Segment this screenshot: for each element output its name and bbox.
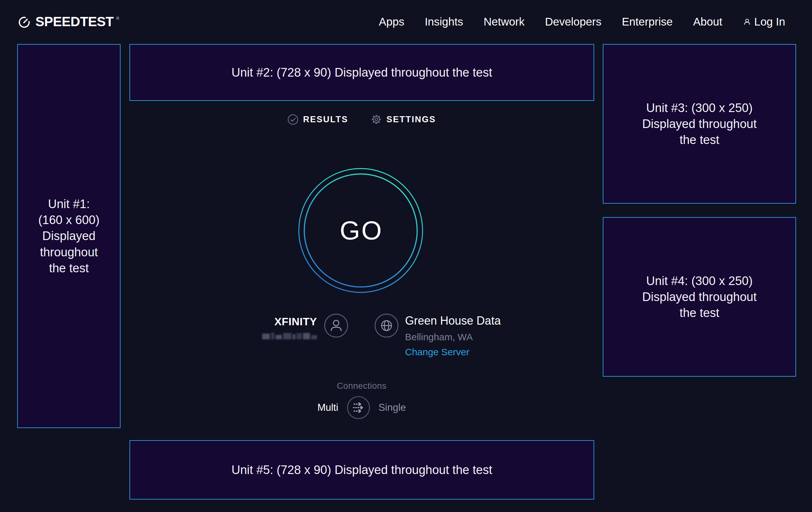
speedtest-page: SPEEDTEST ® Apps Insights Network Develo… [0,0,812,512]
nav-item-apps[interactable]: Apps [379,15,404,28]
isp-ip-redacted [262,332,317,339]
tab-settings[interactable]: SETTINGS [371,114,436,125]
isp-text: XFINITY [262,315,317,339]
connections-toggle-button[interactable] [347,396,370,420]
connections-option-single[interactable]: Single [379,402,406,413]
server-globe-icon [374,314,399,338]
ad-unit-2[interactable]: Unit #2: (728 x 90) Displayed throughout… [129,44,594,101]
check-circle-icon [287,114,298,125]
server-text: Green House Data Bellingham, WA Change S… [405,314,501,357]
logo-wordmark: SPEEDTEST [35,14,114,29]
speedtest-gauge-icon [18,15,31,28]
server-info: Green House Data Bellingham, WA Change S… [374,314,501,357]
nav-item-insights[interactable]: Insights [425,15,463,28]
ad-unit-2-text: Unit #2: (728 x 90) Displayed throughout… [232,64,492,80]
multi-connection-arrows-icon [347,396,370,420]
nav-item-developers[interactable]: Developers [545,15,602,28]
ad-unit-5-text: Unit #5: (728 x 90) Displayed throughout… [232,462,492,478]
isp-name: XFINITY [274,315,317,328]
isp-user-icon [324,314,348,338]
connections-option-multi[interactable]: Multi [317,402,338,413]
server-name: Green House Data [405,314,501,327]
ad-unit-4-text: Unit #4: (300 x 250) Displayed throughou… [642,273,756,321]
change-server-link[interactable]: Change Server [405,347,501,357]
user-icon [743,18,751,26]
nav-item-network[interactable]: Network [484,15,524,28]
server-location: Bellingham, WA [405,332,501,343]
tab-results-label: RESULTS [303,115,348,125]
tab-results[interactable]: RESULTS [287,114,348,125]
ad-unit-3[interactable]: Unit #3: (300 x 250) Displayed throughou… [603,44,796,204]
nav-item-about[interactable]: About [693,15,722,28]
go-button-label: GO [338,215,383,245]
speedtest-logo[interactable]: SPEEDTEST ® [18,14,119,29]
nav-item-enterprise[interactable]: Enterprise [622,15,673,28]
ad-unit-5[interactable]: Unit #5: (728 x 90) Displayed throughout… [129,440,594,500]
gear-icon [371,114,382,125]
go-button[interactable]: GO [297,167,424,294]
logo-trademark: ® [116,16,119,21]
nav-links: Apps Insights Network Developers Enterpr… [379,15,785,28]
connections-label: Connections [121,381,603,391]
top-nav: SPEEDTEST ® Apps Insights Network Develo… [0,0,812,44]
tab-settings-label: SETTINGS [386,115,436,125]
isp-info: XFINITY [262,314,348,339]
test-mode-tabs: RESULTS SETTINGS [121,114,603,125]
connections-toggle: Multi Single [121,396,603,420]
ad-unit-4[interactable]: Unit #4: (300 x 250) Displayed throughou… [603,217,796,377]
ad-unit-1[interactable]: Unit #1: (160 x 600) Displayed throughou… [17,44,121,428]
ad-unit-3-text: Unit #3: (300 x 250) Displayed throughou… [642,100,756,148]
ad-unit-1-text: Unit #1: (160 x 600) Displayed throughou… [38,196,99,276]
login-label: Log In [754,15,785,28]
nav-item-login[interactable]: Log In [743,15,785,28]
